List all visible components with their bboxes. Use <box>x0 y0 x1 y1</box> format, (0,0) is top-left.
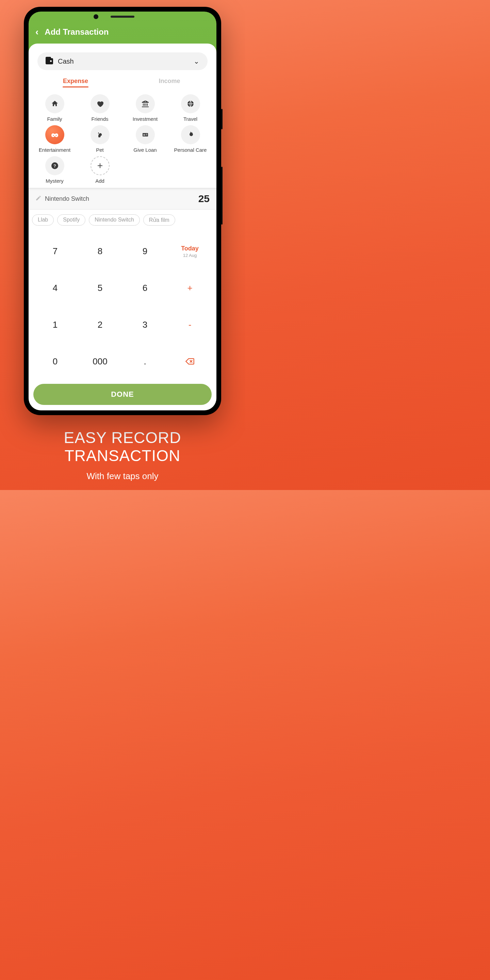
key-000[interactable]: 000 <box>78 343 123 380</box>
key-2[interactable]: 2 <box>78 307 123 343</box>
account-name: Cash <box>58 57 189 65</box>
page-title: Add Transaction <box>45 27 108 37</box>
suggestion-chip[interactable]: Llab <box>32 215 54 226</box>
note-amount-row: Nintendo Switch 25 <box>29 188 216 210</box>
back-icon[interactable]: ‹ <box>35 27 38 37</box>
svg-rect-5 <box>143 134 145 135</box>
date-picker[interactable]: Today 12 Aug <box>167 233 212 270</box>
date-sub: 12 Aug <box>183 253 197 258</box>
tab-income[interactable]: Income <box>123 78 216 88</box>
category-label: Add <box>95 178 105 184</box>
key-9[interactable]: 9 <box>123 233 167 270</box>
category-family[interactable]: Family <box>32 94 77 122</box>
key-1[interactable]: 1 <box>33 307 78 343</box>
phone-speaker <box>111 16 134 18</box>
note-input[interactable]: Nintendo Switch <box>45 195 195 202</box>
key-0[interactable]: 0 <box>33 343 78 380</box>
flame-icon <box>181 125 200 144</box>
key-7[interactable]: 7 <box>33 233 78 270</box>
house-icon <box>45 94 64 113</box>
globe-icon <box>181 94 200 113</box>
key-plus[interactable]: + <box>167 270 212 307</box>
svg-text:?: ? <box>53 163 56 169</box>
promo-line2: TRANSACTION <box>65 447 181 465</box>
category-label: Mystery <box>46 178 64 184</box>
suggestion-chip[interactable]: Rửa film <box>143 215 175 226</box>
svg-rect-6 <box>143 135 145 136</box>
svg-text:$: $ <box>145 100 146 102</box>
category-pet[interactable]: Pet <box>77 125 123 153</box>
category-label: Personal Care <box>174 147 207 153</box>
category-label: Entertainment <box>39 147 70 153</box>
loan-icon: $ <box>136 125 155 144</box>
category-add[interactable]: Add <box>77 156 123 184</box>
pet-icon <box>91 125 110 144</box>
category-label: Pet <box>96 147 104 153</box>
phone-side-button <box>221 167 223 224</box>
suggestion-chips: LlabSpotifyNintendo SwitchRửa film <box>29 210 216 231</box>
date-label: Today <box>181 245 199 252</box>
chevron-down-icon: ⌄ <box>194 57 199 65</box>
category-investment[interactable]: $Investment <box>123 94 168 122</box>
phone-camera <box>94 14 98 19</box>
account-selector[interactable]: Cash ⌄ <box>37 52 208 70</box>
category-entertainment[interactable]: Entertainment <box>32 125 77 153</box>
amount-display: 25 <box>198 193 210 205</box>
category-mystery[interactable]: ?Mystery <box>32 156 77 184</box>
suggestion-chip[interactable]: Nintendo Switch <box>89 215 140 226</box>
category-label: Give Loan <box>134 147 156 153</box>
mask-icon <box>45 125 64 144</box>
key-dot[interactable]: . <box>123 343 167 380</box>
key-backspace[interactable] <box>167 343 212 380</box>
category-grid: FamilyFriends$InvestmentTravelEntertainm… <box>29 88 216 188</box>
suggestion-chip[interactable]: Spotify <box>57 215 86 226</box>
question-icon: ? <box>45 156 64 175</box>
svg-point-2 <box>53 135 53 136</box>
promo-text: EASY RECORD TRANSACTION With few taps on… <box>64 429 181 482</box>
key-6[interactable]: 6 <box>123 270 167 307</box>
wallet-icon <box>46 58 53 64</box>
key-5[interactable]: 5 <box>78 270 123 307</box>
bank-icon: $ <box>136 94 155 113</box>
key-4[interactable]: 4 <box>33 270 78 307</box>
category-friends[interactable]: Friends <box>77 94 123 122</box>
category-label: Friends <box>91 116 108 122</box>
key-3[interactable]: 3 <box>123 307 167 343</box>
keypad: 7 8 9 Today 12 Aug 4 5 6 + 1 2 3 - 0 000… <box>29 231 216 382</box>
phone-side-button <box>221 109 223 129</box>
category-label: Travel <box>183 116 197 122</box>
svg-point-3 <box>56 135 56 136</box>
type-tabs: Expense Income <box>29 78 216 88</box>
category-travel[interactable]: Travel <box>168 94 213 122</box>
key-minus[interactable]: - <box>167 307 212 343</box>
pencil-icon <box>35 195 41 202</box>
plus-icon <box>91 156 110 175</box>
main-sheet: Cash ⌄ Expense Income FamilyFriends$Inve… <box>29 43 216 410</box>
category-label: Investment <box>133 116 158 122</box>
tab-expense[interactable]: Expense <box>29 78 123 88</box>
category-label: Family <box>47 116 62 122</box>
svg-text:$: $ <box>146 134 147 136</box>
phone-frame: ‹ Add Transaction Cash ⌄ Expense Income … <box>24 7 221 415</box>
screen: ‹ Add Transaction Cash ⌄ Expense Income … <box>29 11 216 410</box>
promo-sub: With few taps only <box>64 471 181 482</box>
key-8[interactable]: 8 <box>78 233 123 270</box>
promo-line1: EASY RECORD <box>64 429 181 447</box>
category-give-loan[interactable]: $Give Loan <box>123 125 168 153</box>
heart-icon <box>91 94 110 113</box>
category-personal-care[interactable]: Personal Care <box>168 125 213 153</box>
done-button[interactable]: DONE <box>33 384 212 405</box>
